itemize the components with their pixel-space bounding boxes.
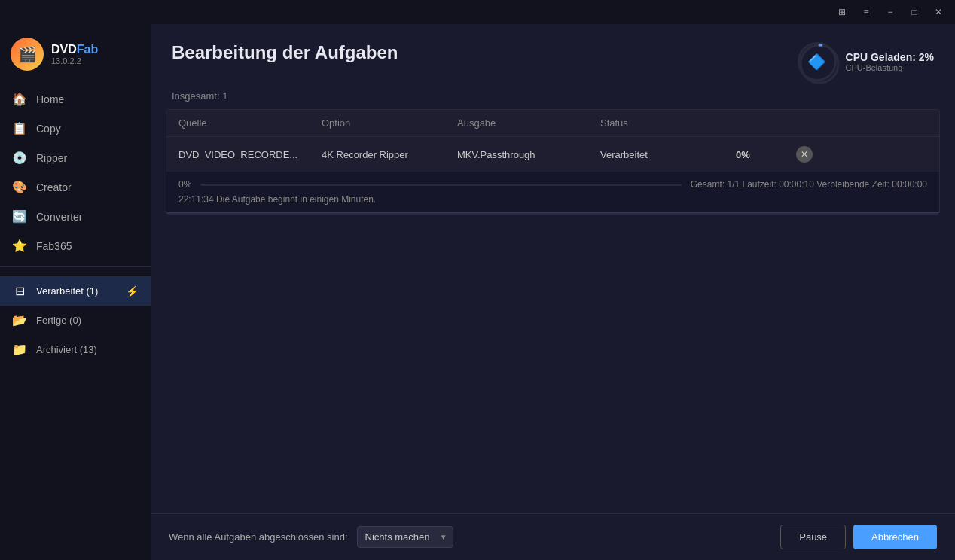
progress-stats: Gesamt: 1/1 Laufzeit: 00:00:10 Verbleibe… [691, 179, 927, 190]
main-content: Bearbeitung der Aufgaben 🔷 CPU Geladen: … [151, 24, 955, 560]
sidebar: 🎬 DVDFab 13.0.2.2 🏠 Home 📋 Copy 💿 Ripper… [0, 24, 151, 560]
cpu-indicator: 🔷 CPU Geladen: 2% CPU-Belastung [798, 42, 934, 81]
processing-icon: ⊟ [12, 284, 27, 298]
col-option: Option [322, 117, 457, 129]
logo-text: DVDFab 13.0.2.2 [51, 43, 98, 65]
cpu-sublabel: CPU-Belastung [846, 63, 934, 72]
sidebar-divider [0, 266, 151, 267]
titlebar-close-btn[interactable]: ✕ [928, 4, 949, 20]
bottom-right: Pause Abbrechen [780, 525, 937, 549]
sidebar-item-copy-label: Copy [36, 123, 61, 135]
sidebar-item-home-label: Home [36, 93, 64, 105]
titlebar-menu-btn[interactable]: ≡ [856, 4, 877, 20]
finished-icon: 📂 [12, 313, 27, 327]
completion-label: Wenn alle Aufgaben abgeschlossen sind: [169, 531, 348, 543]
queue-processing-label: Verarbeitet (1) [36, 285, 98, 297]
abort-button[interactable]: Abbrechen [853, 525, 937, 549]
copy-icon: 📋 [12, 121, 27, 135]
col-source: Quelle [178, 117, 322, 129]
lightning-icon: ⚡ [126, 285, 139, 297]
cell-status: Verarbeitet [600, 149, 736, 160]
content-header: Bearbeitung der Aufgaben 🔷 CPU Geladen: … [151, 24, 955, 90]
sidebar-item-home[interactable]: 🏠 Home [0, 84, 151, 114]
progress-detail: 0% Gesamt: 1/1 Laufzeit: 00:00:10 Verble… [166, 172, 939, 213]
converter-icon: 🔄 [12, 209, 27, 224]
sidebar-item-copy[interactable]: 📋 Copy [0, 114, 151, 143]
page-title: Bearbeitung der Aufgaben [172, 42, 398, 63]
queue-finished-label: Fertige (0) [36, 315, 81, 326]
bottom-bar: Wenn alle Aufgaben abgeschlossen sind: N… [151, 513, 955, 560]
row-close-button[interactable]: ✕ [796, 146, 813, 163]
sidebar-item-ripper[interactable]: 💿 Ripper [0, 143, 151, 172]
queue-item-finished[interactable]: 📂 Fertige (0) [0, 306, 151, 335]
pause-button[interactable]: Pause [780, 525, 846, 549]
brand-name: DVDFab [51, 43, 98, 56]
sidebar-item-converter-label: Converter [36, 211, 82, 223]
cpu-chip-icon: 🔷 [807, 53, 826, 71]
table-header: Quelle Option Ausgabe Status [166, 110, 939, 137]
ripper-icon: 💿 [12, 151, 27, 165]
creator-icon: 🎨 [12, 180, 27, 194]
logo-area: 🎬 DVDFab 13.0.2.2 [0, 30, 151, 84]
titlebar-pin-btn[interactable]: ⊞ [831, 4, 853, 20]
progress-pct-label: 0% [178, 179, 191, 190]
cell-option: 4K Recorder Ripper [322, 149, 457, 160]
sidebar-item-ripper-label: Ripper [36, 152, 67, 164]
col-progress [736, 117, 796, 129]
queue-item-processing[interactable]: ⊟ Verarbeitet (1) ⚡ [0, 276, 151, 306]
table-row: DVD_VIDEO_RECORDE... 4K Recorder Ripper … [166, 137, 939, 172]
sidebar-item-fab365[interactable]: ⭐ Fab365 [0, 231, 151, 260]
titlebar-minimize-btn[interactable]: − [880, 4, 901, 20]
cell-progress: 0% [736, 149, 796, 160]
sidebar-item-converter[interactable]: 🔄 Converter [0, 202, 151, 231]
cpu-circle: 🔷 [798, 42, 837, 81]
col-action [796, 117, 826, 129]
cpu-label: CPU Geladen: 2% [846, 51, 934, 63]
bottom-left: Wenn alle Aufgaben abgeschlossen sind: N… [169, 526, 453, 548]
task-table: Quelle Option Ausgabe Status DVD_VIDEO_R… [166, 109, 940, 215]
progress-bar-row: 0% Gesamt: 1/1 Laufzeit: 00:00:10 Verble… [178, 179, 927, 190]
app-logo: 🎬 [11, 38, 44, 71]
queue-section: ⊟ Verarbeitet (1) ⚡ 📂 Fertige (0) 📁 Arch… [0, 276, 151, 364]
queue-item-archived[interactable]: 📁 Archiviert (13) [0, 335, 151, 364]
cell-source: DVD_VIDEO_RECORDE... [178, 149, 322, 160]
cell-output: MKV.Passthrough [457, 149, 600, 160]
completion-select-wrapper: Nichts machen Herunterfahren Ruhezustand… [357, 526, 453, 548]
col-output: Ausgabe [457, 117, 600, 129]
fab365-icon: ⭐ [12, 239, 27, 253]
queue-archived-label: Archiviert (13) [36, 344, 97, 355]
home-icon: 🏠 [12, 92, 27, 106]
titlebar-maximize-btn[interactable]: □ [904, 4, 925, 20]
app-body: 🎬 DVDFab 13.0.2.2 🏠 Home 📋 Copy 💿 Ripper… [0, 24, 955, 560]
log-line: 22:11:34 Die Aufgabe beginnt in einigen … [178, 194, 927, 205]
app-version: 13.0.2.2 [51, 56, 98, 65]
sidebar-item-fab365-label: Fab365 [36, 240, 72, 252]
sidebar-item-creator-label: Creator [36, 181, 72, 193]
col-status: Status [600, 117, 736, 129]
progress-bar-bg [200, 184, 681, 186]
archived-icon: 📁 [12, 342, 27, 357]
select-arrow-wrapper: Nichts machen Herunterfahren Ruhezustand… [357, 526, 453, 548]
cpu-info: CPU Geladen: 2% CPU-Belastung [846, 51, 934, 72]
sidebar-item-creator[interactable]: 🎨 Creator [0, 172, 151, 202]
total-label: Insgesamt: 1 [151, 90, 955, 109]
titlebar: ⊞ ≡ − □ ✕ [0, 0, 955, 24]
completion-select[interactable]: Nichts machen Herunterfahren Ruhezustand… [357, 526, 453, 548]
table-row-container: DVD_VIDEO_RECORDE... 4K Recorder Ripper … [166, 137, 939, 214]
